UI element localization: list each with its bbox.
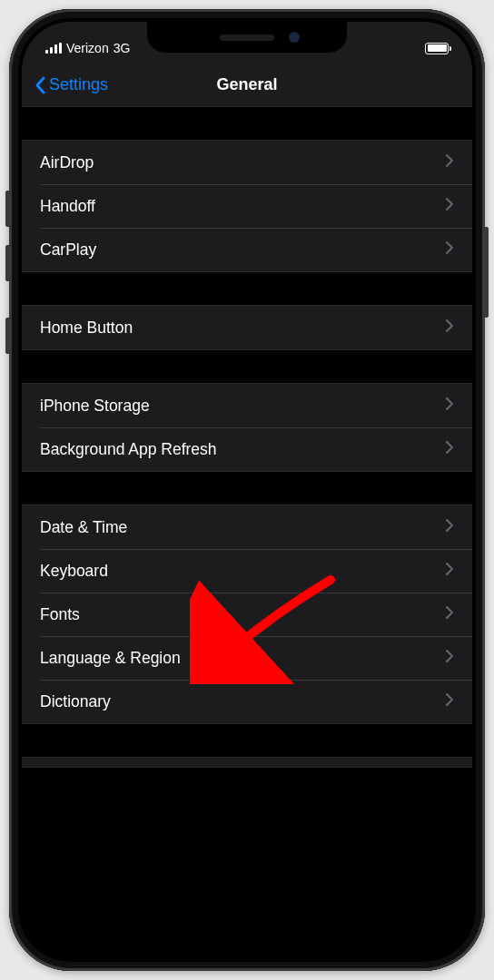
settings-content[interactable]: AirDropHandoffCarPlayHome ButtoniPhone S… xyxy=(22,107,472,958)
section-gap xyxy=(22,107,472,140)
row-label: Background App Refresh xyxy=(40,440,217,459)
status-left: Verizon 3G xyxy=(45,41,130,55)
row-label: Home Button xyxy=(40,318,133,338)
nav-title: General xyxy=(216,75,277,94)
settings-group: iPhone StorageBackground App Refresh xyxy=(22,383,472,472)
row-label: Dictionary xyxy=(40,692,111,711)
row-home-button[interactable]: Home Button xyxy=(22,306,472,349)
row-background-app-refresh[interactable]: Background App Refresh xyxy=(22,427,472,471)
status-right xyxy=(425,43,449,54)
chevron-right-icon xyxy=(445,562,454,581)
speaker-grill xyxy=(220,34,274,41)
row-label: Date & Time xyxy=(40,518,127,537)
row-label: AirDrop xyxy=(40,153,94,172)
battery-icon xyxy=(425,43,449,54)
phone-frame: Verizon 3G 12:41 PM Settings General xyxy=(9,9,485,971)
chevron-right-icon xyxy=(445,318,454,338)
chevron-right-icon xyxy=(445,605,454,624)
settings-group: Date & TimeKeyboardFontsLanguage & Regio… xyxy=(22,505,472,724)
chevron-right-icon xyxy=(445,692,454,711)
chevron-right-icon xyxy=(445,440,454,459)
screen: Verizon 3G 12:41 PM Settings General xyxy=(22,22,472,958)
chevron-right-icon xyxy=(445,153,454,172)
row-label: Keyboard xyxy=(40,562,108,581)
row-language-region[interactable]: Language & Region xyxy=(22,636,472,680)
row-iphone-storage[interactable]: iPhone Storage xyxy=(22,384,472,427)
network-label: 3G xyxy=(114,41,131,55)
row-handoff[interactable]: Handoff xyxy=(22,184,472,228)
row-label: CarPlay xyxy=(40,240,96,260)
front-camera xyxy=(289,32,300,43)
chevron-right-icon xyxy=(445,518,454,537)
row-dictionary[interactable]: Dictionary xyxy=(22,680,472,723)
section-gap xyxy=(22,472,472,505)
row-carplay[interactable]: CarPlay xyxy=(22,228,472,271)
row-label: iPhone Storage xyxy=(40,397,150,416)
row-label: Handoff xyxy=(40,197,95,216)
row-keyboard[interactable]: Keyboard xyxy=(22,549,472,593)
settings-group: Home Button xyxy=(22,305,472,350)
settings-group: AirDropHandoffCarPlay xyxy=(22,140,472,272)
chevron-right-icon xyxy=(445,197,454,216)
row-fonts[interactable]: Fonts xyxy=(22,593,472,636)
section-gap xyxy=(22,272,472,305)
notch xyxy=(147,22,347,53)
chevron-right-icon xyxy=(445,397,454,416)
nav-bar: Settings General xyxy=(22,64,472,107)
carrier-label: Verizon xyxy=(66,41,109,55)
back-label: Settings xyxy=(49,75,108,94)
chevron-right-icon xyxy=(445,649,454,668)
section-gap xyxy=(22,350,472,383)
row-label: Language & Region xyxy=(40,649,181,668)
signal-bars-icon xyxy=(45,43,62,54)
settings-group-partial xyxy=(22,757,472,768)
chevron-left-icon xyxy=(35,76,45,94)
section-gap xyxy=(22,724,472,757)
row-airdrop[interactable]: AirDrop xyxy=(22,141,472,184)
back-button[interactable]: Settings xyxy=(35,75,108,94)
row-label: Fonts xyxy=(40,605,80,624)
chevron-right-icon xyxy=(445,240,454,260)
row-date-time[interactable]: Date & Time xyxy=(22,505,472,549)
